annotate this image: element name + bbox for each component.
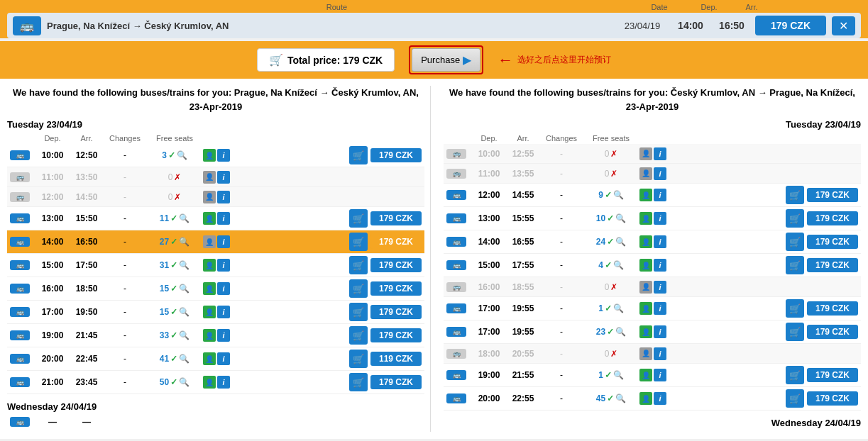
info-icon[interactable]: i	[654, 235, 666, 248]
purchase-button[interactable]: Purchase ▶	[412, 48, 480, 72]
price-cell[interactable]: 🛒119 CZK	[236, 350, 422, 368]
seat-count: 4	[598, 260, 603, 270]
table-row[interactable]: 🚌21:0023:45-50✓🔍👤i🛒179 CZK	[7, 371, 424, 394]
add-to-cart-button[interactable]: 🛒	[786, 233, 804, 251]
search-icon[interactable]: 🔍	[179, 213, 189, 223]
search-icon[interactable]: 🔍	[179, 354, 189, 364]
price-cell[interactable]: 🛒179 CZK	[236, 279, 422, 298]
price-cell[interactable]: 🛒179 CZK	[672, 299, 858, 318]
info-icon[interactable]: i	[654, 347, 666, 360]
add-to-cart-button[interactable]: 🛒	[786, 299, 804, 318]
info-icon[interactable]: i	[654, 281, 666, 294]
info-icon[interactable]: i	[217, 352, 230, 365]
close-selected-button[interactable]: ✕	[832, 16, 855, 35]
price-cell[interactable]: 🛒179 CZK	[672, 389, 858, 408]
table-row[interactable]: 🚌13:0015:55-10✓🔍👤i🛒179 CZK	[444, 207, 861, 230]
search-icon[interactable]: 🔍	[615, 393, 626, 403]
table-row[interactable]: 🚌19:0021:55-1✓🔍👤i🛒179 CZK	[444, 364, 861, 387]
info-icon[interactable]: i	[654, 259, 666, 272]
price-cell[interactable]: 🛒179 CZK	[236, 256, 422, 274]
table-row[interactable]: 🚌17:0019:55-1✓🔍👤i🛒179 CZK	[444, 297, 861, 320]
add-to-cart-button[interactable]: 🛒	[349, 326, 368, 345]
price-cell[interactable]: 🛒179 CZK	[672, 209, 858, 228]
table-row[interactable]: 🚌14:0016:50-27✓🔍👤i🛒179 CZK	[7, 230, 424, 254]
info-icon[interactable]: i	[217, 306, 230, 318]
price-cell[interactable]: 🛒179 CZK	[236, 326, 422, 345]
price-cell[interactable]: 🛒179 CZK	[236, 373, 422, 391]
table-row[interactable]: 🚌15:0017:50-31✓🔍👤i🛒179 CZK	[7, 254, 424, 277]
add-to-cart-button[interactable]: 🛒	[349, 279, 368, 298]
price-cell[interactable]: 🛒179 CZK	[672, 366, 858, 384]
info-icon[interactable]: i	[217, 282, 230, 295]
add-to-cart-button[interactable]: 🛒	[786, 389, 804, 408]
search-icon[interactable]: 🔍	[177, 150, 187, 160]
add-to-cart-button[interactable]: 🛒	[786, 186, 804, 204]
search-icon[interactable]: 🔍	[179, 284, 189, 294]
info-icon[interactable]: i	[654, 369, 666, 381]
search-icon[interactable]: 🔍	[615, 237, 626, 247]
table-row[interactable]: 🚌19:0021:45-33✓🔍👤i🛒179 CZK	[7, 324, 424, 347]
info-icon[interactable]: i	[217, 235, 230, 248]
info-icon[interactable]: i	[217, 259, 230, 272]
search-icon[interactable]: 🔍	[179, 377, 189, 387]
purchase-annotation: ← 选好之后点这里开始预订	[498, 51, 611, 69]
add-to-cart-button[interactable]: 🛒	[349, 350, 368, 368]
price-cell[interactable]: 🛒179 CZK	[672, 323, 858, 341]
purchase-btn-wrap[interactable]: Purchase ▶	[409, 45, 483, 74]
table-row[interactable]: 🚌16:0018:50-15✓🔍👤i🛒179 CZK	[7, 277, 424, 301]
info-icon[interactable]: i	[217, 329, 230, 342]
info-icon[interactable]: i	[654, 147, 666, 160]
add-to-cart-button[interactable]: 🛒	[349, 146, 368, 164]
price-cell[interactable]: 🛒179 CZK	[236, 303, 422, 321]
table-row[interactable]: 🚌10:0012:50-3✓🔍👤i🛒179 CZK	[7, 144, 424, 167]
info-icon[interactable]: i	[654, 392, 666, 405]
info-icon[interactable]: i	[217, 171, 230, 184]
table-row[interactable]: 🚌17:0019:55-23✓🔍👤i🛒179 CZK	[444, 320, 861, 344]
add-to-cart-button[interactable]: 🛒	[786, 366, 804, 384]
search-icon[interactable]: 🔍	[615, 327, 626, 337]
info-icon[interactable]: i	[217, 191, 230, 203]
search-icon[interactable]: 🔍	[179, 307, 189, 317]
info-icon[interactable]: i	[217, 376, 230, 389]
info-icon[interactable]: i	[217, 149, 230, 162]
table-row[interactable]: 🚌20:0022:55-45✓🔍👤i🛒179 CZK	[444, 387, 861, 411]
info-icon[interactable]: i	[654, 212, 666, 225]
seats-cell: 45✓🔍	[583, 393, 639, 403]
add-to-cart-button[interactable]: 🛒	[349, 303, 368, 321]
info-icon[interactable]: i	[654, 302, 666, 315]
seats-cell: 0✗	[146, 172, 203, 182]
add-to-cart-button[interactable]: 🛒	[349, 209, 368, 228]
search-icon[interactable]: 🔍	[179, 260, 189, 270]
info-icon[interactable]: i	[654, 189, 666, 201]
price-cell[interactable]: 🛒179 CZK	[672, 186, 858, 204]
table-row[interactable]: 🚌17:0019:50-15✓🔍👤i🛒179 CZK	[7, 301, 424, 324]
add-to-cart-button[interactable]: 🛒	[786, 256, 804, 274]
table-row[interactable]: 🚌14:0016:55-24✓🔍👤i🛒179 CZK	[444, 230, 861, 254]
table-row[interactable]: 🚌12:0014:55-9✓🔍👤i🛒179 CZK	[444, 184, 861, 207]
info-icon[interactable]: i	[654, 167, 666, 180]
bus-icon: 🚌	[10, 330, 30, 340]
add-to-cart-button[interactable]: 🛒	[786, 323, 804, 341]
table-row[interactable]: 🚌15:0017:55-4✓🔍👤i🛒179 CZK	[444, 254, 861, 277]
search-icon[interactable]: 🔍	[615, 213, 626, 223]
add-to-cart-button[interactable]: 🛒	[349, 256, 368, 274]
search-icon[interactable]: 🔍	[613, 370, 624, 380]
search-icon[interactable]: 🔍	[613, 303, 624, 313]
price-cell[interactable]: 🛒179 CZK	[236, 233, 422, 251]
table-row[interactable]: 🚌20:0022:45-41✓🔍👤i🛒119 CZK	[7, 347, 424, 371]
info-icon[interactable]: i	[654, 325, 666, 338]
add-to-cart-button[interactable]: 🛒	[349, 373, 368, 391]
search-icon[interactable]: 🔍	[613, 260, 624, 270]
add-to-cart-button[interactable]: 🛒	[349, 233, 368, 251]
search-icon[interactable]: 🔍	[613, 190, 624, 200]
search-icon[interactable]: 🔍	[179, 330, 189, 340]
price-cell[interactable]: 🛒179 CZK	[672, 256, 858, 274]
price-cell[interactable]: 🛒179 CZK	[672, 233, 858, 251]
search-icon[interactable]: 🔍	[179, 237, 189, 247]
price-cell[interactable]: 🛒179 CZK	[236, 209, 422, 228]
add-to-cart-button[interactable]: 🛒	[786, 209, 804, 228]
check-icon: ✓	[607, 213, 614, 223]
price-cell[interactable]: 🛒179 CZK	[236, 146, 422, 164]
info-icon[interactable]: i	[217, 212, 230, 225]
table-row[interactable]: 🚌13:0015:50-11✓🔍👤i🛒179 CZK	[7, 207, 424, 230]
